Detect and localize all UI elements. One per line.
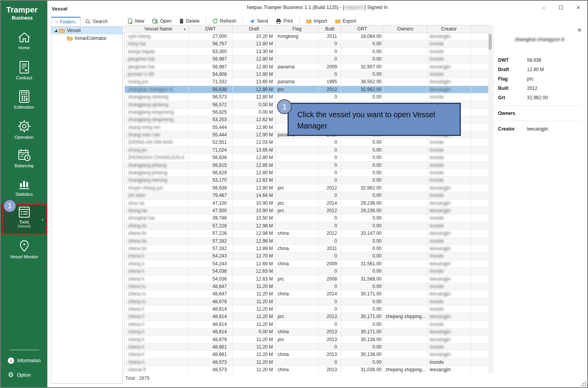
open-button[interactable]: Open bbox=[149, 17, 174, 25]
table-row[interactable]: zhangjiang xinhong 56,573 12.80 M 0 0.00… bbox=[125, 93, 489, 101]
table-row[interactable]: zhangjiang jinheng 56,629 12.80 M 0 0.00… bbox=[125, 169, 489, 177]
table-row[interactable]: zhena li 48,661 11.20 M china 2013 30,13… bbox=[125, 351, 489, 358]
table-row[interactable]: zhena li 48,614 11.20 M 0 0.00 inonde bbox=[125, 306, 489, 313]
expand-icon[interactable]: ◢ bbox=[54, 29, 57, 32]
close-panel-icon[interactable]: ✕ bbox=[577, 27, 582, 33]
minimize-button[interactable]: – bbox=[538, 2, 550, 13]
cell-draft: 11.20 M bbox=[233, 336, 276, 343]
table-row[interactable]: zhangjiang jinliang 56,815 12.85 M 0 0.0… bbox=[125, 162, 489, 169]
table-row[interactable]: ZHONG AN XIN NAN 52,551 12.03 M 0 0.00 i… bbox=[125, 139, 489, 146]
table-row[interactable]: zhena li 48,573 11.20 M 0 0.00 inonde bbox=[125, 359, 489, 366]
table-row[interactable]: zhenai 9 48,573 11.20 M china 2013 31,03… bbox=[125, 366, 489, 373]
column-header-flag[interactable]: Flag bbox=[276, 25, 319, 32]
table-row[interactable]: zhuyin zhang jun 56,638 12.80 M prc 2012… bbox=[125, 184, 489, 192]
sidebar-item-home[interactable]: Home bbox=[1, 29, 47, 59]
table-row[interactable]: ming hai 56,757 12.80 M 0 0.00 inonde bbox=[125, 40, 489, 48]
table-row[interactable]: zhena li 48,661 11.20 M 0 0.00 inonde bbox=[125, 343, 489, 351]
table-row[interactable]: zhena lin 57,226 12.98 M china 2012 33,1… bbox=[125, 230, 489, 237]
table-row[interactable]: zhena lu 48,647 11.20 M 0 0.00 inonde bbox=[125, 283, 489, 290]
sidebar-item-option[interactable]: ⚙ Option bbox=[8, 371, 31, 379]
cell-vessel-name: zhena lu bbox=[125, 283, 189, 290]
tools-vessel-icon bbox=[18, 206, 31, 218]
cell-owners bbox=[383, 192, 427, 199]
table-row[interactable]: zhong tai 47,500 10.90 M prc 2012 29,236… bbox=[125, 207, 489, 215]
cell-grt: 0.00 bbox=[341, 306, 383, 313]
cell-grt: 29,236.00 bbox=[341, 207, 383, 214]
send-button[interactable]: Send bbox=[246, 17, 271, 25]
table-row[interactable]: zheng lu 48,679 11.20 M 0 0.00 inonde bbox=[125, 298, 489, 306]
table-row[interactable]: jinchen U 89 54,808 12.80 M 0 0.00 inond… bbox=[125, 71, 489, 78]
table-row[interactable]: zhou tai 47,100 10.90 M prc 2014 29,236.… bbox=[125, 200, 489, 207]
tab-search[interactable]: Search bbox=[81, 17, 112, 26]
table-row[interactable]: zhena lu 48,647 11.20 M china 2014 30,17… bbox=[125, 290, 489, 298]
sidebar-item-label: Estimation bbox=[1, 105, 47, 109]
cell-blank bbox=[471, 306, 489, 313]
sidebar-item-balancing[interactable]: Balancing bbox=[1, 146, 47, 176]
table-scrollbar[interactable] bbox=[488, 25, 492, 373]
table-row[interactable]: zhong jin 71,024 13.65 M 0 0.00 inonde bbox=[125, 147, 489, 154]
table-row[interactable]: chang jun 71,332 13.65 M panama 1995 38,… bbox=[125, 78, 489, 86]
close-button[interactable]: ✕ bbox=[572, 2, 584, 13]
column-header-draft[interactable]: Draft bbox=[233, 25, 276, 32]
sidebar-item-operation[interactable]: Operation bbox=[1, 117, 47, 147]
table-row[interactable]: zhena li 48,614 11.20 M prc 2013 30,171.… bbox=[125, 313, 489, 320]
column-header-vessel-name[interactable]: Vessel Name▼ bbox=[125, 25, 189, 32]
table-row[interactable]: zhena lin 57,282 12.89 M china 2011 0.00… bbox=[125, 245, 489, 252]
cell-vessel-name: zhangjiang xinhong bbox=[125, 93, 189, 100]
table-row[interactable]: zheng lin 57,226 12.98 M 0 0.00 inonde bbox=[125, 222, 489, 230]
cell-owners bbox=[383, 343, 427, 350]
table-row[interactable]: zhena li 54,036 12.63 M prc 2008 31,568.… bbox=[125, 275, 489, 283]
table-row[interactable]: xyld cheng 27,000 10.20 M hongkong 2011 … bbox=[125, 33, 489, 40]
table-row[interactable]: zhonghai hai 39,746 10.50 M 0 0.00 inond… bbox=[125, 215, 489, 222]
divider bbox=[493, 105, 581, 106]
cell-owners bbox=[383, 290, 427, 297]
table-row[interactable]: zhena li 54,243 12.70 M 0 0.00 inonde bbox=[125, 252, 489, 260]
table-row[interactable]: ZHONGHAI CHANGJUN 6 56,638 12.80 M 0 0.0… bbox=[125, 154, 489, 161]
tree-node-inmarestimator[interactable]: InmarEstimator bbox=[51, 34, 122, 42]
table-row[interactable]: zheng li 48,679 11.20 M prc 2013 30,136.… bbox=[125, 336, 489, 343]
sidebar-item-vessel-monitor[interactable]: Vessel Monitor bbox=[1, 237, 47, 267]
scrollbar-thumb[interactable] bbox=[489, 34, 492, 50]
cell-creator: leesangjin bbox=[427, 200, 471, 207]
column-header-grt[interactable]: GRT bbox=[341, 25, 383, 32]
cell-owners bbox=[383, 252, 427, 259]
column-header-owners[interactable]: Owners bbox=[383, 25, 427, 32]
cell-owners bbox=[383, 359, 427, 366]
cell-creator: inonde bbox=[427, 71, 471, 78]
cell-blank bbox=[471, 336, 489, 343]
delete-button[interactable]: Delete bbox=[176, 17, 203, 25]
print-button[interactable]: Print bbox=[273, 17, 296, 25]
import-button[interactable]: Import bbox=[303, 17, 330, 25]
export-button[interactable]: Export bbox=[332, 17, 360, 25]
cell-blank bbox=[471, 177, 489, 184]
cell-blank bbox=[471, 321, 489, 328]
new-button[interactable]: New bbox=[124, 17, 147, 25]
table-row[interactable]: zhena li 54,036 12.63 M 0 0.00 inonde bbox=[125, 268, 489, 275]
tree-node-vessel[interactable]: ◢ Vessel bbox=[51, 27, 122, 34]
table-row[interactable]: jiangmen hai 56,987 12.80 M 0 0.00 inond… bbox=[125, 55, 489, 63]
table-row[interactable]: zheng li 54,243 12.69 M china 2009 31,56… bbox=[125, 260, 489, 268]
table-row[interactable]: zhangjiang heming 53,170 12.62 M 0 0.00 … bbox=[125, 177, 489, 184]
cell-draft: 12.85 M bbox=[233, 162, 276, 169]
table-row[interactable]: zhi shen 79,467 14.64 M 0 0.00 inonde bbox=[125, 192, 489, 199]
cell-grt: 32,962.00 bbox=[341, 184, 383, 191]
column-header-creator[interactable]: Creator bbox=[427, 25, 471, 32]
table-row[interactable]: zhanghai changyun 6 56,638 12.80 M prc 2… bbox=[125, 86, 489, 93]
refresh-button[interactable]: Refresh bbox=[209, 17, 239, 25]
table-row[interactable]: jiangmen hai 56,987 12.80 M panama 2009 … bbox=[125, 63, 489, 71]
cell-built: 0 bbox=[318, 162, 341, 169]
sidebar-item-information[interactable]: i Information bbox=[8, 356, 41, 365]
column-header-dwt[interactable]: DWT bbox=[189, 25, 233, 32]
table-row[interactable]: zhena lin 57,282 12.98 M 0 0.00 inonde bbox=[125, 238, 489, 245]
cell-draft: 11.20 M bbox=[233, 366, 276, 373]
resize-grip-icon[interactable] bbox=[581, 381, 586, 386]
table-row[interactable]: bonga bigala 63,350 13.30 M 0 0.00 inond… bbox=[125, 48, 489, 55]
tab-folders[interactable]: Folders bbox=[51, 17, 81, 26]
table-row[interactable]: zheng li 48,614 0.00 M china 2013 30,171… bbox=[125, 328, 489, 336]
sidebar-item-contract[interactable]: Contract bbox=[1, 58, 47, 88]
maximize-button[interactable] bbox=[555, 2, 567, 13]
table-row[interactable]: zhena li 48,614 11.20 M 0 0.00 inonde bbox=[125, 321, 489, 328]
sidebar-item-estimation[interactable]: Estimation bbox=[1, 88, 47, 117]
cell-owners bbox=[383, 86, 427, 93]
column-header-built[interactable]: Built bbox=[318, 25, 341, 32]
